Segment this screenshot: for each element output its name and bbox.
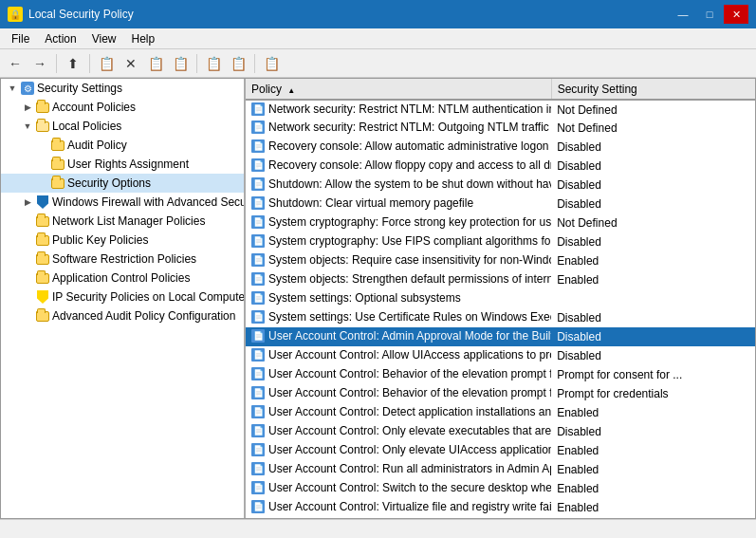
table-row[interactable]: Network security: Restrict NTLM: NTLM au… <box>246 100 755 119</box>
table-row[interactable]: User Account Control: Only elevate execu… <box>246 422 755 441</box>
policy-setting <box>551 289 755 308</box>
policy-icon <box>251 253 265 267</box>
tree-item-public-key[interactable]: ▶ Public Key Policies <box>1 231 244 250</box>
tree-label-user-rights: User Rights Assignment <box>67 158 189 171</box>
properties-button[interactable]: 📋 <box>202 52 225 75</box>
menu-action[interactable]: Action <box>37 30 83 47</box>
table-row[interactable]: Shutdown: Clear virtual memory pagefileD… <box>246 195 755 213</box>
show-hide-button[interactable]: 📋 <box>95 52 118 75</box>
copy-button[interactable]: 📋 <box>144 52 167 75</box>
table-row[interactable]: User Account Control: Behavior of the el… <box>246 384 755 403</box>
tree-item-app-control[interactable]: ▶ Application Control Policies <box>1 269 244 288</box>
toolbar-separator-3 <box>196 54 197 73</box>
policy-icon <box>251 272 265 286</box>
table-row[interactable]: Shutdown: Allow the system to be shut do… <box>246 176 755 195</box>
column-header-setting[interactable]: Security Setting <box>551 79 755 100</box>
tree-item-network-list[interactable]: ▶ Network List Manager Policies <box>1 212 244 231</box>
policy-icon <box>251 424 265 437</box>
tree-item-security-settings[interactable]: ▼ Security Settings <box>1 79 244 98</box>
table-row[interactable]: System settings: Use Certificate Rules o… <box>246 308 755 327</box>
table-row[interactable]: User Account Control: Only elevate UIAcc… <box>246 441 755 460</box>
table-row[interactable]: System cryptography: Use FIPS compliant … <box>246 232 755 251</box>
export-button[interactable]: ✕ <box>120 52 142 75</box>
policy-name: System cryptography: Use FIPS compliant … <box>268 234 551 248</box>
policy-setting: Enabled <box>551 403 755 422</box>
policy-icon <box>251 158 265 172</box>
menu-help[interactable]: Help <box>124 30 163 47</box>
policy-icon <box>251 462 265 475</box>
close-button[interactable]: ✕ <box>724 5 748 24</box>
table-row[interactable]: User Account Control: Behavior of the el… <box>246 365 755 384</box>
toolbar-separator-4 <box>254 54 255 73</box>
tree-item-account-policies[interactable]: ▶ Account Policies <box>1 98 244 117</box>
tree-label-advanced-audit: Advanced Audit Policy Configuration <box>52 309 235 323</box>
tree-item-audit-policy[interactable]: ▶ Audit Policy <box>1 136 244 155</box>
app-icon: 🔒 <box>8 7 23 22</box>
column-header-policy[interactable]: Policy ▲ <box>246 79 551 100</box>
forward-button[interactable]: → <box>28 52 51 75</box>
maximize-button[interactable]: □ <box>697 5 722 24</box>
policy-name: Network security: Restrict NTLM: Outgoin… <box>268 121 551 134</box>
tree-item-advanced-audit[interactable]: ▶ Advanced Audit Policy Configuration <box>1 306 244 325</box>
tree-toggle-account-policies[interactable]: ▶ <box>20 100 35 115</box>
policy-icon <box>251 177 265 191</box>
tree-item-local-policies[interactable]: ▼ Local Policies <box>1 117 244 136</box>
window-controls: — □ ✕ <box>671 5 748 24</box>
table-row[interactable]: User Account Control: Switch to the secu… <box>246 479 755 498</box>
folder-icon-software-restriction <box>35 251 50 267</box>
tree-toggle-firewall[interactable]: ▶ <box>20 195 35 210</box>
table-row[interactable]: User Account Control: Allow UIAccess app… <box>246 346 755 365</box>
policy-setting: Disabled <box>551 157 755 176</box>
tree-toggle-local-policies[interactable]: ▼ <box>20 119 35 134</box>
policy-setting: Disabled <box>551 308 755 327</box>
policy-icon <box>251 102 265 116</box>
table-row[interactable]: User Account Control: Run all administra… <box>246 460 755 479</box>
tree-label-windows-firewall: Windows Firewall with Advanced Secu... <box>52 195 246 209</box>
folder-icon-audit <box>50 138 65 153</box>
policy-icon <box>251 234 265 248</box>
menu-view[interactable]: View <box>84 30 124 47</box>
tree-toggle-security-settings[interactable]: ▼ <box>5 81 20 96</box>
tree-item-software-restriction[interactable]: ▶ Software Restriction Policies <box>1 250 244 269</box>
table-row[interactable]: Network security: Restrict NTLM: Outgoin… <box>246 119 755 138</box>
table-row[interactable]: User Account Control: Detect application… <box>246 403 755 422</box>
policy-setting: Enabled <box>551 441 755 460</box>
table-row[interactable]: System objects: Strengthen default permi… <box>246 270 755 289</box>
policy-setting: Enabled <box>551 460 755 479</box>
table-row[interactable]: Recovery console: Allow floppy copy and … <box>246 157 755 176</box>
back-button[interactable]: ← <box>4 52 27 75</box>
table-row[interactable]: Recovery console: Allow automatic admini… <box>246 138 755 157</box>
policy-setting: Enabled <box>551 251 755 270</box>
table-row[interactable]: System objects: Require case insensitivi… <box>246 251 755 270</box>
policy-icon <box>251 121 265 134</box>
minimize-button[interactable]: — <box>671 5 695 24</box>
content-panel: Policy ▲ Security Setting Network securi… <box>246 79 755 518</box>
up-button[interactable]: ⬆ <box>62 52 84 75</box>
table-row[interactable]: User Account Control: Virtualize file an… <box>246 498 755 517</box>
policy-name: User Account Control: Run all administra… <box>268 462 551 475</box>
policy-name: User Account Control: Behavior of the el… <box>268 367 551 380</box>
tree-item-windows-firewall[interactable]: ▶ Windows Firewall with Advanced Secu... <box>1 193 244 212</box>
tree-item-ip-security[interactable]: ▶ IP Security Policies on Local Compute.… <box>1 288 244 306</box>
policy-icon <box>251 443 265 456</box>
policy-name: Shutdown: Allow the system to be shut do… <box>268 177 551 191</box>
paste-button[interactable]: 📋 <box>169 52 192 75</box>
policy-name: System objects: Require case insensitivi… <box>268 253 551 267</box>
table-row[interactable]: System settings: Optional subsystems <box>246 289 755 308</box>
table-row[interactable]: System cryptography: Force strong key pr… <box>246 213 755 232</box>
policy-name: User Account Control: Only elevate UIAcc… <box>268 443 551 456</box>
policy-icon <box>251 367 265 380</box>
shield-icon-firewall <box>35 195 50 210</box>
tree-panel[interactable]: ▼ Security Settings ▶ Account Policies ▼… <box>1 79 246 518</box>
policy-setting: Prompt for credentials <box>551 384 755 403</box>
tree-item-security-options[interactable]: ▶ Security Options <box>1 174 244 193</box>
tree-item-user-rights[interactable]: ▶ User Rights Assignment <box>1 155 244 174</box>
policy-table-container[interactable]: Policy ▲ Security Setting Network securi… <box>246 79 755 518</box>
policy-setting: Not Defined <box>551 119 755 138</box>
help-button[interactable]: 📋 <box>227 52 249 75</box>
filter-button[interactable]: 📋 <box>260 52 283 75</box>
policy-icon <box>251 196 265 210</box>
table-row[interactable]: User Account Control: Admin Approval Mod… <box>246 327 755 346</box>
policy-name: System settings: Optional subsystems <box>268 291 461 305</box>
menu-file[interactable]: File <box>4 30 37 47</box>
